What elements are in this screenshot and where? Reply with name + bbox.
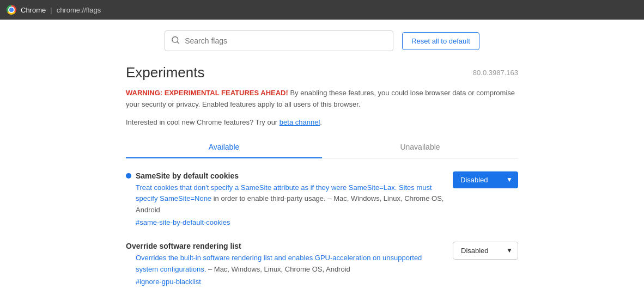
page-title: Experiments (126, 64, 205, 81)
flag-link-gpu[interactable]: #ignore-gpu-blacklist (136, 278, 444, 286)
chrome-logo-icon (7, 5, 16, 15)
flag-title-row-samesite: SameSite by default cookies (126, 171, 444, 180)
titlebar-divider: | (50, 6, 52, 14)
warning-highlight: WARNING: EXPERIMENTAL FEATURES AHEAD! (126, 89, 288, 97)
flag-desc-plain-gpu: – Mac, Windows, Linux, Chrome OS, Androi… (206, 265, 350, 273)
flag-title-gpu: Override software rendering list (126, 242, 241, 250)
flag-select-gpu[interactable]: Default Disabled Enabled (453, 242, 518, 260)
flag-select-samesite[interactable]: Default Disabled Enabled (453, 171, 518, 188)
flag-active-dot (126, 173, 131, 179)
search-container: Reset all to default (0, 30, 644, 51)
flag-header-gpu: Override software rendering list Overrid… (126, 242, 518, 286)
flag-left-gpu: Override software rendering list Overrid… (126, 242, 444, 286)
flag-desc-samesite: Treat cookies that don't specify a SameS… (136, 182, 444, 216)
browser-titlebar: Chrome | chrome://flags (0, 0, 644, 20)
browser-app-name: Chrome (21, 6, 46, 14)
warning-text: WARNING: EXPERIMENTAL FEATURES AHEAD! By… (126, 88, 518, 110)
flag-select-wrapper-samesite: Default Disabled Enabled ▼ (453, 171, 518, 188)
svg-line-1 (177, 42, 179, 44)
main-section: Experiments 80.0.3987.163 WARNING: EXPER… (115, 64, 529, 286)
interest-suffix: . (320, 118, 322, 126)
page-content: Reset all to default Experiments 80.0.39… (0, 20, 644, 295)
interest-text: Interested in cool new Chrome features? … (126, 118, 518, 126)
flag-select-wrapper-gpu: Default Disabled Enabled ▼ (453, 242, 518, 260)
flag-select-outer-gpu: Default Disabled Enabled ▼ (453, 242, 518, 260)
browser-url: chrome://flags (57, 6, 101, 14)
experiments-header: Experiments 80.0.3987.163 (126, 64, 518, 81)
search-icon (171, 36, 180, 46)
flag-left-samesite: SameSite by default cookies Treat cookie… (126, 171, 444, 226)
flag-link-samesite[interactable]: #same-site-by-default-cookies (136, 218, 444, 226)
search-wrapper (165, 30, 393, 51)
flag-desc-gpu: Overrides the built-in software renderin… (136, 253, 444, 275)
flag-item-samesite: SameSite by default cookies Treat cookie… (126, 171, 518, 226)
beta-channel-link[interactable]: beta channel (280, 118, 320, 126)
version-text: 80.0.3987.163 (473, 69, 518, 77)
reset-all-button[interactable]: Reset all to default (402, 32, 479, 50)
flag-title-samesite: SameSite by default cookies (136, 171, 239, 180)
flag-title-row-gpu: Override software rendering list (126, 242, 444, 250)
flag-item-gpu: Override software rendering list Overrid… (126, 242, 518, 286)
tab-unavailable[interactable]: Unavailable (322, 137, 518, 158)
flag-select-outer-samesite: Default Disabled Enabled ▼ (453, 171, 518, 188)
flag-header-samesite: SameSite by default cookies Treat cookie… (126, 171, 518, 226)
search-input[interactable] (165, 30, 393, 51)
interest-prefix: Interested in cool new Chrome features? … (126, 118, 280, 126)
tabs-container: Available Unavailable (126, 137, 518, 158)
tab-available[interactable]: Available (126, 137, 322, 158)
